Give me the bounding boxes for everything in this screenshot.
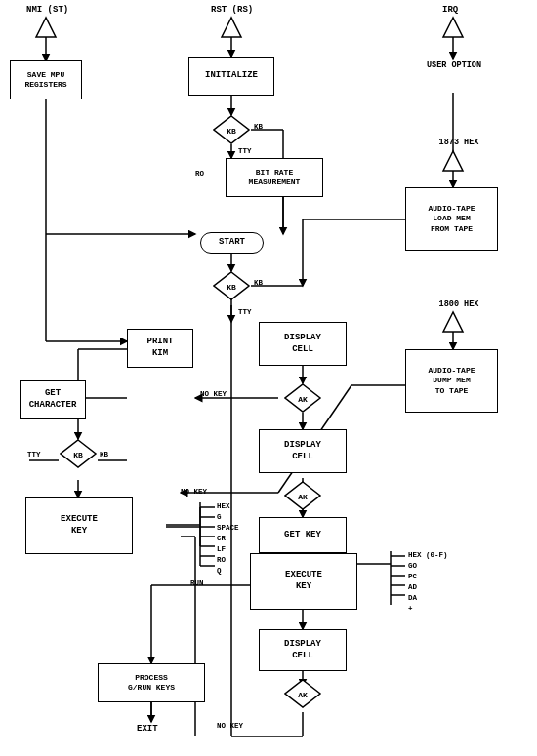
kb-label-top: KB (254, 123, 263, 131)
tty-label-char: TTY (27, 451, 41, 458)
hex-1800-label: 1800 HEX (430, 299, 488, 309)
initialize-box: INITIALIZE (188, 57, 274, 96)
kb-label-char-right: KB (100, 451, 108, 458)
space-label: SPACE (217, 524, 239, 532)
execute-key-1-box: EXECUTE KEY (25, 497, 133, 554)
diagram: NMI (ST) RST (RS) IRQ SAVE MPU REGISTERS… (0, 0, 537, 756)
hex-1873-label: 1873 HEX (430, 138, 488, 147)
da-label: DA (408, 594, 417, 602)
svg-text:KB: KB (73, 451, 83, 459)
exit-label: EXIT (137, 724, 158, 734)
lf-label: LF (217, 545, 226, 553)
display-cell-1-box: DISPLAY CELL (259, 322, 347, 366)
svg-text:KB: KB (227, 283, 236, 292)
svg-marker-2 (443, 18, 463, 37)
hex-0f-label: HEX (0-F) (408, 551, 448, 559)
tty-label-top: TTY (238, 147, 252, 155)
ad-label: AD (408, 583, 417, 591)
bit-rate-box: BIT RATE MEASUREMENT (226, 158, 323, 197)
no-key-1-label: NO KEY (200, 390, 227, 398)
print-kim-box: PRINT KIM (127, 329, 193, 368)
kb-diamond-top: KB (213, 115, 250, 144)
g-label: G (217, 513, 222, 521)
plus-label: + (408, 605, 413, 613)
ro-label-2: RO (217, 556, 226, 564)
user-option-label: USER OPTION (425, 60, 483, 70)
svg-text:KB: KB (227, 127, 236, 136)
pc-label: PC (408, 573, 417, 580)
svg-marker-1 (222, 18, 241, 37)
kb-diamond-char: KB (60, 439, 97, 468)
svg-text:AK: AK (298, 395, 308, 404)
audio-dump-box: AUDIO-TAPE DUMP MEM TO TAPE (405, 349, 498, 413)
kb-label-2: KB (254, 279, 263, 287)
go-label: GO (408, 562, 417, 570)
ro-label: RO (195, 170, 204, 178)
q-label: Q (217, 567, 222, 575)
process-g-run-box: PROCESS G/RUN KEYS (98, 663, 205, 702)
hex-label-1: HEX (217, 502, 230, 510)
rst-label: RST (RS) (211, 5, 253, 15)
tty-label-2: TTY (238, 308, 252, 316)
save-mpu-box: SAVE MPU REGISTERS (10, 60, 82, 99)
audio-load-box: AUDIO-TAPE LOAD MEM FROM TAPE (405, 187, 498, 251)
nmi-label: NMI (ST) (26, 5, 68, 15)
svg-marker-0 (36, 18, 56, 37)
cr-label: CR (217, 535, 226, 542)
kb-diamond-2: KB (213, 271, 250, 300)
irq-label: IRQ (442, 5, 458, 15)
get-character-box: GET CHARACTER (20, 380, 86, 419)
start-box: START (200, 232, 264, 254)
ak-diamond-1: AK (284, 383, 321, 413)
